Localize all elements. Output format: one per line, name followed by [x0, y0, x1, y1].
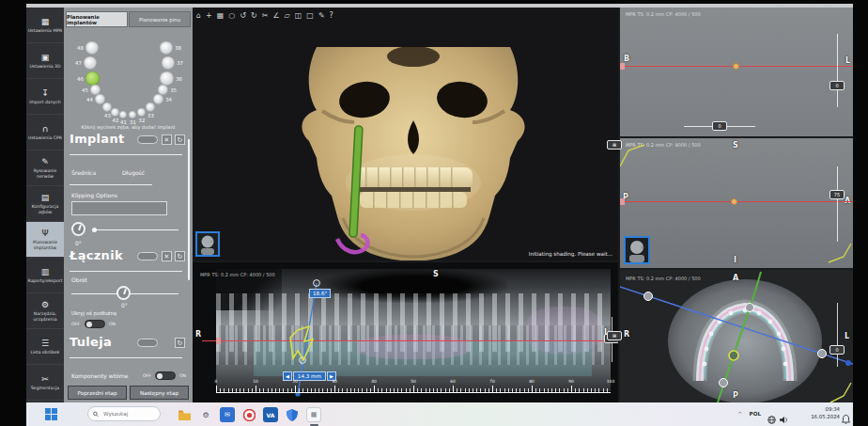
- tooth-41[interactable]: 41: [119, 111, 127, 118]
- redo-icon[interactable]: ↻: [251, 10, 257, 22]
- sidebar-item-3[interactable]: ∩Ustawienia CPR: [26, 115, 64, 150]
- sidebar-item-8[interactable]: ⚙Narzędzia, urządzenia: [26, 293, 64, 329]
- sidebar-item-1[interactable]: ▣Ustawienia 3D: [26, 43, 64, 79]
- mpr-mid-v-handle[interactable]: 75: [829, 190, 845, 199]
- sidebar-item-9[interactable]: ☰Lista obróbek: [26, 329, 64, 365]
- red-app-icon[interactable]: [241, 407, 256, 422]
- sidebar-item-2[interactable]: ↧Import danych: [26, 79, 64, 115]
- edit-icon[interactable]: ✎: [318, 10, 325, 22]
- orientation-head-thumbnail[interactable]: [195, 231, 220, 257]
- tab-implant-planning[interactable]: Planowanie implantów: [66, 11, 128, 27]
- target-icon[interactable]: ○: [228, 10, 235, 22]
- implant-rotation-dial[interactable]: [71, 222, 85, 236]
- tooth-35[interactable]: 35: [158, 85, 168, 95]
- panel-scrollbar[interactable]: [188, 139, 190, 280]
- previous-stage-button[interactable]: Poprzedni etap: [68, 386, 127, 400]
- mpr-top-center-handle[interactable]: [733, 63, 739, 70]
- diameter-label: Średnica: [71, 169, 96, 176]
- network-icon[interactable]: [767, 410, 776, 426]
- abutment-delete-button[interactable]: ✕: [162, 251, 172, 261]
- grid-icon: ▦: [41, 17, 50, 26]
- mpr-mid-v-slider[interactable]: [837, 166, 838, 242]
- start-button[interactable]: [45, 408, 57, 420]
- mpr-top-h-handle[interactable]: 0: [712, 121, 727, 131]
- layout-splitter-handle-top[interactable]: ⊞: [607, 140, 622, 150]
- viewport-panoramic[interactable]: MPR TS: 0.2 mm CP: 4000 / 500 S R L 18.6…: [193, 262, 618, 402]
- mpr-mid-head-thumbnail[interactable]: [624, 236, 650, 264]
- mpr-top-v-slider[interactable]: [837, 34, 838, 107]
- implant-rotation-knob[interactable]: [92, 228, 97, 232]
- sidebar-item-4[interactable]: ✎Rysowanie nerwów: [26, 150, 64, 186]
- home-icon[interactable]: ⌂: [196, 10, 201, 22]
- dental-app-icon[interactable]: ▦: [306, 407, 321, 422]
- notifications-bell-icon[interactable]: [842, 410, 850, 426]
- tooth-46[interactable]: 46: [85, 71, 100, 86]
- tab-pin-planning[interactable]: Planowanie pinu: [129, 11, 191, 27]
- settings-app-icon[interactable]: ⚙: [198, 407, 213, 422]
- axial-v-slider[interactable]: [837, 303, 838, 367]
- sidebar-item-10[interactable]: ✂Segmentacja: [26, 365, 64, 401]
- tooth-38[interactable]: 38: [160, 41, 173, 55]
- tooth-34[interactable]: 34: [153, 94, 163, 104]
- tooth-33[interactable]: 33: [146, 103, 155, 112]
- implant-visibility-toggle[interactable]: [137, 135, 158, 144]
- ruler-number: 90: [568, 379, 574, 384]
- tooth-37[interactable]: 37: [162, 56, 175, 70]
- axial-v-handle[interactable]: 0: [829, 345, 845, 355]
- components-toggle[interactable]: [155, 371, 176, 380]
- tooth-32[interactable]: 32: [137, 108, 146, 117]
- clock[interactable]: 09:34 16.05.2024: [811, 406, 840, 420]
- layout-splitter-handle-bottom[interactable]: ⊞: [607, 331, 622, 340]
- measure-icon[interactable]: ▱: [285, 10, 290, 22]
- abutment-rotation-dial[interactable]: [116, 286, 131, 300]
- implant-reset-button[interactable]: ↻: [175, 134, 185, 145]
- tooth-number: 43: [104, 113, 111, 118]
- tooth-31[interactable]: 31: [129, 111, 136, 118]
- sleeve-reset-button[interactable]: ↻: [175, 338, 185, 348]
- sidebar-item-6[interactable]: ΨPlanowanie implantów: [26, 222, 64, 258]
- abutment-visibility-toggle[interactable]: [137, 252, 158, 260]
- tooth-36[interactable]: 36: [160, 71, 174, 86]
- search-input[interactable]: [101, 410, 155, 418]
- sleeve-visibility-toggle[interactable]: [137, 339, 158, 347]
- file-explorer-icon[interactable]: [177, 407, 192, 422]
- sidebar-item-0[interactable]: ▦Ustawienia MPR: [26, 8, 64, 43]
- hide-axis-toggle[interactable]: [85, 320, 105, 328]
- sidebar-item-5[interactable]: ▤Konfiguracja zębów: [26, 186, 64, 222]
- mpr-top-v-handle[interactable]: 0: [829, 81, 845, 90]
- view3d-icon: ▣: [41, 53, 50, 62]
- angle-measurement-badge[interactable]: 18.6°: [309, 289, 331, 298]
- help-icon[interactable]: ?: [330, 10, 333, 22]
- tooth-42[interactable]: 42: [111, 108, 119, 117]
- viewport-cross-section-top[interactable]: MPR TS: 0.2 mm CP: 4000 / 500 B L 0 0: [620, 8, 853, 136]
- volume-icon[interactable]: [780, 410, 789, 426]
- next-stage-button[interactable]: Następny etap: [130, 386, 189, 400]
- tooth-48[interactable]: 48: [85, 41, 99, 55]
- mpr-mid-center-handle[interactable]: [731, 198, 737, 205]
- abutment-reset-button[interactable]: ↻: [175, 251, 185, 261]
- mpr-mid-line-end[interactable]: [620, 198, 625, 205]
- grid-icon[interactable]: ▦: [217, 10, 225, 22]
- taskbar-search[interactable]: [87, 406, 161, 421]
- tooth-47[interactable]: 47: [84, 56, 97, 70]
- mpr-top-line-end[interactable]: [620, 63, 625, 70]
- clipping-options-button[interactable]: [71, 201, 167, 215]
- sidebar-item-7[interactable]: ▥Raporty/eksport: [26, 258, 64, 293]
- layout-icon[interactable]: ◫: [295, 10, 302, 22]
- undo-icon[interactable]: ↺: [240, 10, 246, 22]
- orientation-label-left-ax: L: [845, 332, 849, 340]
- shield-app-icon[interactable]: [285, 407, 300, 422]
- cut-icon[interactable]: ✂: [262, 10, 269, 22]
- hidden-icons-chevron[interactable]: ^: [737, 411, 742, 417]
- angle-icon[interactable]: ∠: [272, 10, 279, 22]
- va-app-icon[interactable]: VA: [263, 407, 278, 422]
- viewport-axial[interactable]: MPR TS: 0.2 mm CP: 4000 / 500: [620, 270, 853, 402]
- implant-rotation-slider[interactable]: [92, 229, 178, 230]
- viewport-cross-section-mid[interactable]: MPR TS: 0.2 mm CP: 4000 / 500 S P A I 75: [620, 138, 853, 268]
- pan-icon[interactable]: +: [206, 10, 212, 22]
- keyboard-language-indicator[interactable]: POL: [750, 411, 761, 417]
- viewport-3d[interactable]: ⌂+▦○↺↻✂∠▱◫□✎?: [193, 8, 618, 260]
- fullscreen-icon[interactable]: □: [306, 10, 314, 22]
- implant-delete-button[interactable]: ✕: [162, 134, 172, 145]
- mail-app-icon[interactable]: ✉: [220, 407, 235, 422]
